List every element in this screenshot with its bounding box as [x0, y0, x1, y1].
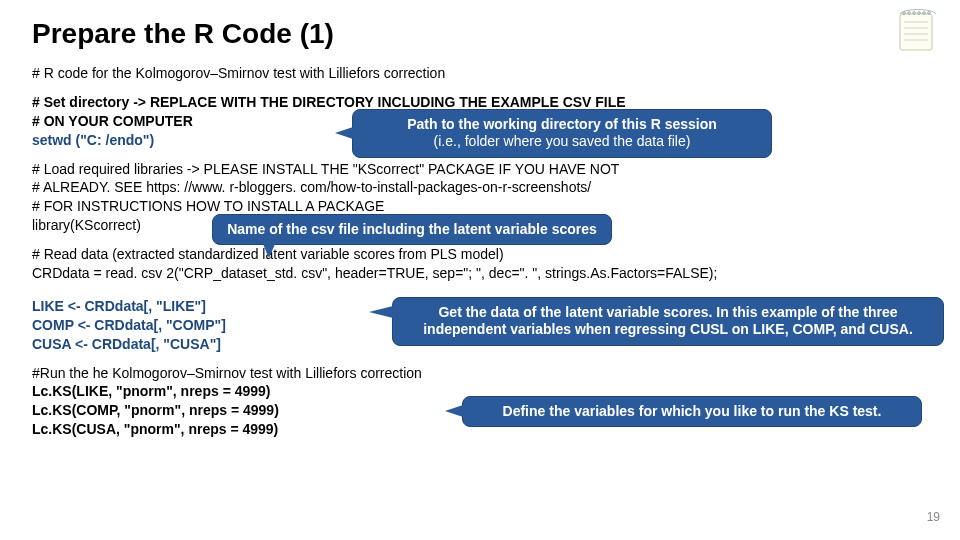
svg-point-1 [903, 12, 906, 15]
callout-define: Define the variables for which you like … [462, 396, 922, 428]
code-comment: #Run the he Kolmogorov–Smirnov test with… [32, 364, 928, 383]
svg-point-6 [928, 12, 931, 15]
code-comment: # R code for the Kolmogorov–Smirnov test… [32, 64, 928, 83]
callout-csv: Name of the csv file including the laten… [212, 214, 612, 246]
callout-line: (i.e., folder where you saved the data f… [367, 133, 757, 151]
code-comment: # Load required libraries -> PLEASE INST… [32, 160, 928, 179]
svg-point-5 [923, 12, 926, 15]
notepad-icon [894, 6, 938, 54]
svg-rect-0 [900, 14, 932, 50]
callout-path: Path to the working directory of this R … [352, 109, 772, 158]
callout-getdata: Get the data of the latent variable scor… [392, 297, 944, 346]
page-title: Prepare the R Code (1) [32, 18, 928, 50]
code-comment: # ALREADY. SEE https: //www. r-bloggers.… [32, 178, 928, 197]
svg-point-2 [908, 12, 911, 15]
code-line: CRDdata = read. csv 2("CRP_dataset_std. … [32, 264, 928, 283]
svg-point-3 [913, 12, 916, 15]
callout-line: Path to the working directory of this R … [367, 116, 757, 134]
code-comment: # Read data (extracted standardized late… [32, 245, 928, 264]
page-number: 19 [927, 510, 940, 524]
svg-point-4 [918, 12, 921, 15]
